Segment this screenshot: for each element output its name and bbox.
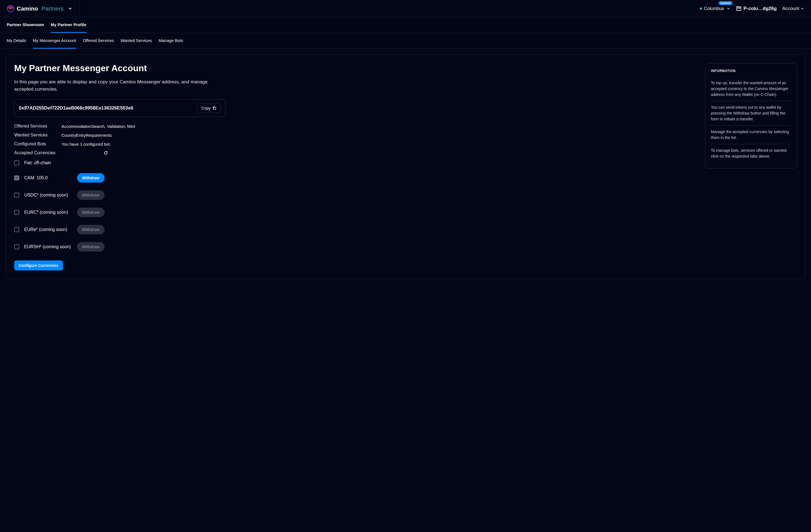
info-panel: INFORMATION To top up, transfer the want…: [705, 63, 797, 169]
brand-switcher[interactable]: Camino Partners: [7, 0, 79, 17]
currency-label: USDC* (coming soon): [24, 193, 77, 198]
wanted-services-label: Wanted Services: [14, 132, 61, 138]
tab-my-partner-profile[interactable]: My Partner Profile: [51, 17, 86, 33]
accepted-currencies-row: Accepted Currencies: [14, 151, 697, 155]
offered-services-label: Offered Services: [14, 124, 61, 129]
withdraw-button[interactable]: Withdraw: [77, 173, 105, 183]
wallet-address-text: P-colu…dg26g: [744, 6, 777, 11]
svg-rect-1: [736, 7, 741, 11]
wanted-services-value: CountryEntryRequirements: [61, 133, 112, 138]
account-label: Account: [782, 6, 799, 11]
currency-checkbox[interactable]: [14, 227, 19, 232]
configured-bots-row: Configured Bots You have 1 configured bo…: [14, 141, 697, 146]
header-right: testnet Columbus P-colu…dg26g Account: [700, 6, 804, 11]
copy-label: Copy: [201, 106, 211, 110]
info-paragraph: To manage bots, services offered or want…: [711, 144, 791, 162]
side-column: INFORMATION To top up, transfer the want…: [705, 63, 797, 270]
currency-checkbox[interactable]: [14, 175, 19, 181]
page-title: My Partner Messenger Account: [14, 63, 697, 73]
configured-bots-value: You have 1 configured bot.: [61, 142, 111, 146]
configured-bots-label: Configured Bots: [14, 141, 61, 146]
wanted-services-row: Wanted Services CountryEntryRequirements: [14, 132, 697, 138]
tab-my-messenger-account[interactable]: My Messenger Account: [33, 33, 76, 49]
refresh-icon[interactable]: [103, 151, 108, 155]
main-column: My Partner Messenger Account In this pag…: [14, 63, 697, 270]
withdraw-button: Withdraw: [77, 190, 105, 200]
tab-manage-bots[interactable]: Manage Bots: [158, 33, 183, 49]
currency-row: Fiat: off-chain: [14, 160, 697, 166]
address-box: 0x97AD255Def722D1aeB068c9958Ee136326E553…: [14, 99, 226, 117]
status-dot-icon: [700, 7, 702, 10]
currency-row: EURSH* (coming soon)Withdraw: [14, 242, 697, 252]
copy-button[interactable]: Copy: [197, 104, 221, 113]
currency-checkbox[interactable]: [14, 160, 19, 166]
currency-checkbox[interactable]: [14, 210, 19, 215]
withdraw-button: Withdraw: [77, 242, 105, 252]
info-paragraph: You can send tokens out to any wallet by…: [711, 101, 791, 125]
currency-checkbox[interactable]: [14, 193, 19, 198]
currency-label: EURC* (coming soon): [24, 210, 77, 215]
currency-label: EURSH* (coming soon): [24, 244, 77, 249]
svg-rect-3: [214, 107, 216, 110]
tab-partner-showroom[interactable]: Partner Showroom: [7, 17, 44, 33]
currency-list: Fiat: off-chainCAM: 105.0WithdrawUSDC* (…: [14, 160, 697, 252]
currency-row: USDC* (coming soon)Withdraw: [14, 190, 697, 200]
tab-my-details[interactable]: My Details: [7, 33, 26, 49]
chevron-down-icon: [726, 7, 730, 11]
configure-currencies-button[interactable]: Configure Currencies: [14, 261, 63, 270]
offered-services-row: Offered Services AccommodationSearch, Va…: [14, 124, 697, 129]
wallet-icon: [736, 6, 741, 11]
currency-label: CAM: 105.0: [24, 175, 77, 181]
network-selector[interactable]: testnet Columbus: [700, 6, 730, 11]
page-description: In this page you are able to display and…: [14, 78, 226, 93]
currency-label: Fiat: off-chain: [24, 160, 77, 166]
currency-checkbox[interactable]: [14, 244, 19, 249]
secondary-nav: My Details My Messenger Account Offered …: [0, 33, 811, 49]
content-wrap: My Partner Messenger Account In this pag…: [0, 49, 811, 285]
info-paragraph: To top up, transfer the wanted amount of…: [711, 77, 791, 101]
network-name: Columbus: [704, 6, 724, 11]
tab-offered-services[interactable]: Offered Services: [83, 33, 114, 49]
info-panel-title: INFORMATION: [711, 69, 791, 73]
brand-name: Camino: [17, 5, 38, 12]
currency-row: EURC* (coming soon)Withdraw: [14, 208, 697, 217]
top-header: Camino Partners testnet Columbus P-colu……: [0, 0, 811, 17]
accepted-currencies-label: Accepted Currencies: [14, 151, 61, 155]
account-menu[interactable]: Account: [782, 6, 804, 11]
content-card: My Partner Messenger Account In this pag…: [5, 54, 806, 279]
currency-label: EURe* (coming soon): [24, 227, 77, 232]
brand-section: Partners: [42, 5, 63, 12]
info-paragraph: Manage the accepted currencies by select…: [711, 126, 791, 144]
primary-nav: Partner Showroom My Partner Profile: [0, 17, 811, 33]
withdraw-button: Withdraw: [77, 225, 105, 234]
currency-row: CAM: 105.0Withdraw: [14, 173, 697, 183]
copy-icon: [212, 106, 217, 110]
currency-row: EURe* (coming soon)Withdraw: [14, 225, 697, 234]
withdraw-button: Withdraw: [77, 208, 105, 217]
wallet-address[interactable]: P-colu…dg26g: [736, 6, 777, 11]
chevron-down-icon: [68, 6, 72, 11]
testnet-badge: testnet: [718, 1, 732, 5]
chevron-down-icon: [800, 7, 804, 11]
camino-logo-icon: [7, 5, 14, 13]
offered-services-value: AccommodationSearch, Validation, Mint: [61, 124, 135, 129]
messenger-address: 0x97AD255Def722D1aeB068c9958Ee136326E553…: [19, 105, 133, 111]
svg-rect-2: [737, 7, 740, 8]
tab-wanted-services[interactable]: Wanted Services: [120, 33, 152, 49]
